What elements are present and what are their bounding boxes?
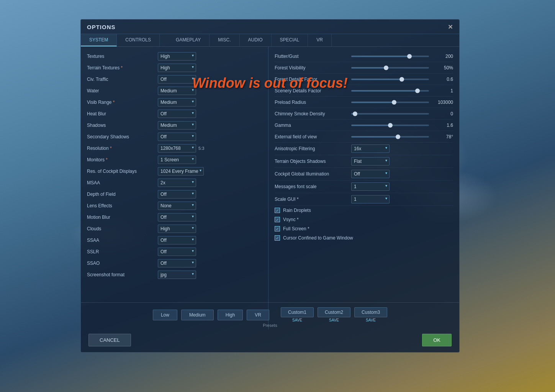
custom2-save-label[interactable]: SAVE bbox=[329, 318, 339, 322]
dropdown-wrap-resolution: 1280x7681920x1080 bbox=[158, 144, 196, 153]
checkbox-fullscreen[interactable] bbox=[275, 226, 280, 231]
dropdown-wrap-water: MediumHighLow bbox=[158, 87, 196, 95]
tab-audio[interactable]: AUDIO bbox=[240, 34, 272, 46]
label-monitors: Monitors bbox=[87, 157, 158, 162]
dropdown-wrap-ssaa: OffOn bbox=[158, 236, 196, 244]
label-cockpit-displays: Res. of Cockpit Displays bbox=[87, 169, 158, 174]
custom3-save-label[interactable]: SAVE bbox=[366, 318, 376, 322]
setting-fullscreen: Full Screen * bbox=[275, 224, 453, 233]
dropdown-messages-font[interactable]: 11.52 bbox=[351, 182, 390, 191]
setting-vsync: Vsync * bbox=[275, 215, 453, 224]
dropdown-water[interactable]: MediumHighLow bbox=[158, 87, 196, 95]
slider-forest-visibility[interactable] bbox=[351, 67, 429, 69]
checkbox-cursor-confined[interactable] bbox=[275, 235, 280, 241]
setting-clouds: Clouds HighMediumLow bbox=[81, 223, 268, 235]
dropdown-secondary-shadows[interactable]: OffOn bbox=[158, 133, 196, 141]
label-fullscreen: Full Screen * bbox=[283, 226, 309, 231]
dropdown-motion-blur[interactable]: OffOn bbox=[158, 213, 196, 221]
checkbox-rain-droplets[interactable] bbox=[275, 208, 280, 213]
slider-flutter-gust[interactable] bbox=[351, 56, 429, 57]
custom1-save-label[interactable]: SAVE bbox=[292, 318, 302, 322]
label-resolution: Resolution bbox=[87, 146, 158, 151]
checkbox-vsync[interactable] bbox=[275, 217, 280, 222]
tab-misc[interactable]: MISC. bbox=[210, 34, 239, 46]
setting-rain-droplets: Rain Droplets bbox=[275, 206, 453, 215]
dropdown-lens-effects[interactable]: NoneLowHigh bbox=[158, 202, 196, 210]
dropdown-msaa[interactable]: 2x4xOff bbox=[158, 179, 196, 187]
label-shadows: Shadows bbox=[87, 123, 158, 128]
dropdown-wrap-messages-font: 11.52 bbox=[351, 182, 390, 191]
setting-ssao: SSAO OffOn bbox=[81, 258, 268, 269]
setting-textures: Textures HighMediumLow bbox=[81, 51, 268, 62]
dropdown-clouds[interactable]: HighMediumLow bbox=[158, 225, 196, 233]
dropdown-heat-blur[interactable]: OffLowHigh bbox=[158, 110, 196, 118]
setting-flutter-gust: Flutter/Gust 200 bbox=[275, 51, 453, 62]
setting-civ-traffic: Civ. Traffic OffLowMediumHigh bbox=[81, 74, 268, 85]
dropdown-civ-traffic[interactable]: OffLowMediumHigh bbox=[158, 75, 196, 84]
dropdown-terrain-shadows[interactable]: FlatFullOff bbox=[351, 157, 390, 166]
preset-low-button[interactable]: Low bbox=[153, 310, 177, 320]
custom2-button[interactable]: Custom2 bbox=[318, 307, 350, 317]
preset-high-button[interactable]: High bbox=[218, 310, 243, 320]
tab-special[interactable]: SPECIAL bbox=[272, 34, 308, 46]
custom3-button[interactable]: Custom3 bbox=[354, 307, 387, 317]
dropdown-ssao[interactable]: OffOn bbox=[158, 259, 196, 267]
close-button[interactable]: ✕ bbox=[448, 23, 453, 31]
setting-shadows: Shadows MediumHighLow bbox=[81, 120, 268, 131]
tab-gameplay[interactable]: GAMEPLAY bbox=[167, 34, 210, 46]
slider-chimney-smoke[interactable] bbox=[351, 113, 429, 115]
setting-msaa: MSAA 2x4xOff bbox=[81, 177, 268, 189]
slider-external-fov[interactable] bbox=[351, 136, 429, 138]
content-area: Textures HighMediumLow Terrain Textures … bbox=[81, 47, 459, 330]
label-gamma: Gamma bbox=[275, 123, 351, 128]
dropdown-wrap-clouds: HighMediumLow bbox=[158, 225, 196, 233]
dropdown-ssaa[interactable]: OffOn bbox=[158, 236, 196, 244]
ok-button[interactable]: OK bbox=[422, 334, 452, 346]
setting-motion-blur: Motion Blur OffOn bbox=[81, 212, 268, 223]
setting-heat-blur: Heat Blur OffLowHigh bbox=[81, 108, 268, 120]
setting-resolution: Resolution 1280x7681920x1080 5:3 bbox=[81, 143, 268, 154]
dropdown-depth-of-field[interactable]: OffOn bbox=[158, 190, 196, 198]
dropdown-wrap-ssao: OffOn bbox=[158, 259, 196, 267]
dropdown-monitors[interactable]: 1 Screen2 Screens bbox=[158, 156, 196, 164]
left-panel: Textures HighMediumLow Terrain Textures … bbox=[81, 47, 268, 330]
dropdown-screenshot-format[interactable]: jpgpng bbox=[158, 271, 196, 279]
dropdown-textures[interactable]: HighMediumLow bbox=[158, 52, 196, 61]
slider-scenery-details[interactable] bbox=[351, 90, 429, 92]
custom-preset-1: Custom1 SAVE bbox=[281, 307, 314, 322]
label-chimney-smoke: Chimney Smoke Density bbox=[275, 111, 351, 116]
dropdown-scale-gui[interactable]: 11.52 bbox=[351, 195, 390, 203]
dropdown-sslr[interactable]: OffOn bbox=[158, 248, 196, 256]
custom-preset-3: Custom3 SAVE bbox=[354, 307, 387, 322]
tab-system[interactable]: SYSTEM bbox=[81, 34, 117, 46]
setting-forest-visibility: Forest Visibility 50% bbox=[275, 62, 453, 74]
value-external-fov: 78° bbox=[432, 134, 453, 139]
label-msaa: MSAA bbox=[87, 180, 158, 185]
dropdown-shadows[interactable]: MediumHighLow bbox=[158, 121, 196, 130]
custom1-button[interactable]: Custom1 bbox=[281, 307, 314, 317]
slider-preload-radius[interactable] bbox=[351, 102, 429, 103]
dropdown-anisotropic[interactable]: 16x8x4xOff bbox=[351, 144, 390, 153]
label-motion-blur: Motion Blur bbox=[87, 215, 158, 220]
dropdown-wrap-depth-of-field: OffOn bbox=[158, 190, 196, 198]
preset-vr-button[interactable]: VR bbox=[247, 310, 269, 320]
dropdown-cockpit-displays[interactable]: 1024 Every Frame512 Every Frame bbox=[158, 167, 204, 175]
label-civ-traffic: Civ. Traffic bbox=[87, 77, 158, 82]
dropdown-resolution[interactable]: 1280x7681920x1080 bbox=[158, 144, 196, 153]
tab-vr[interactable]: VR bbox=[308, 34, 332, 46]
dropdown-wrap-cockpit-illumination: OffOn bbox=[351, 170, 390, 178]
dropdown-visib-range[interactable]: MediumHighLow bbox=[158, 98, 196, 107]
value-flutter-gust: 200 bbox=[432, 54, 453, 59]
slider-forest-details[interactable] bbox=[351, 79, 429, 80]
tab-controls[interactable]: CONTROLS bbox=[117, 34, 160, 46]
label-sslr: SSLR bbox=[87, 249, 158, 254]
resolution-ratio: 5:3 bbox=[198, 146, 204, 151]
cancel-button[interactable]: CANCEL bbox=[88, 334, 131, 346]
resolution-row: 1280x7681920x1080 5:3 bbox=[158, 144, 204, 153]
value-forest-visibility: 50% bbox=[432, 65, 453, 71]
dropdown-terrain-textures[interactable]: HighMediumLow bbox=[158, 64, 196, 72]
slider-wrap-flutter-gust: 200 bbox=[351, 54, 453, 59]
dropdown-cockpit-illumination[interactable]: OffOn bbox=[351, 170, 390, 178]
slider-gamma[interactable] bbox=[351, 125, 429, 126]
preset-medium-button[interactable]: Medium bbox=[181, 310, 214, 320]
